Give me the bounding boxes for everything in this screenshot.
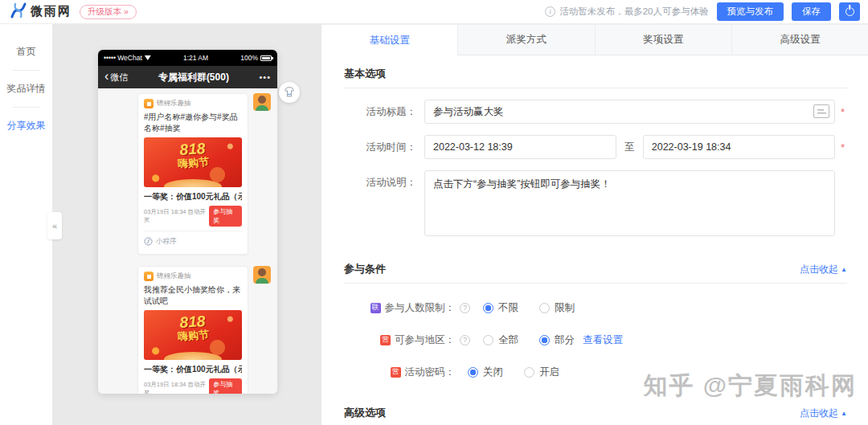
invite-text: 我推荐全民小抽奖给你，来试试吧 — [144, 284, 242, 306]
message-row: 锦鲤乐趣抽我推荐全民小抽奖给你，来试试吧818嗨购节一等奖：价值100元礼品（示… — [104, 266, 271, 394]
tab-3[interactable]: 奖项设置 — [595, 25, 731, 55]
radio-selected-icon — [483, 303, 493, 313]
logo-icon — [8, 1, 27, 23]
app-root: 微雨网 升级版本 » i 活动暂未发布，最多20人可参与体验 预览与发布 保存 … — [0, 0, 868, 425]
advanced-collapse-link[interactable]: 点击收起 ▲ — [800, 407, 847, 420]
section-divider — [344, 88, 847, 88]
collapse-preview-handle[interactable]: « — [47, 212, 62, 239]
sidebar-item-2[interactable]: 奖品详情 — [0, 76, 52, 102]
join-lottery-button[interactable]: 参与抽奖 — [209, 206, 242, 227]
wifi-icon — [145, 55, 151, 60]
invite-text: #用户名称#邀你参与#奖品名称#抽奖 — [144, 112, 242, 133]
lottery-card[interactable]: 锦鲤乐趣抽我推荐全民小抽奖给你，来试试吧818嗨购节一等奖：价值100元礼品（示… — [137, 266, 248, 394]
view-settings-link[interactable]: 查看设置 — [583, 333, 623, 347]
row-head: 联参与人数限制： — [344, 301, 455, 315]
tab-1[interactable]: 基础设置 — [321, 25, 457, 55]
settings-content: 基本选项 活动标题： * 活动时间： 至 — [321, 55, 868, 425]
card-header: 锦鲤乐趣抽 — [144, 99, 242, 108]
card-footer: 03月19日 18:34 自动开奖参与抽奖 — [144, 206, 242, 227]
chat-title: 专属福利群(500) — [128, 71, 259, 84]
activity-desc-textarea[interactable]: 点击下方“参与抽奖”按钮即可参与抽奖！ — [424, 170, 835, 236]
logo-text: 微雨网 — [31, 4, 72, 19]
nav-back-button[interactable]: ‹ 微信 — [104, 72, 128, 84]
version-badge-icon: 联 — [371, 303, 381, 313]
insert-variable-icon[interactable] — [813, 104, 829, 118]
collapse-arrow-icon: ▲ — [841, 266, 847, 273]
required-mark: * — [841, 141, 847, 153]
theme-skin-button[interactable] — [279, 82, 300, 103]
radio-label: 不限 — [498, 301, 518, 315]
sidebar-divider — [13, 107, 40, 108]
info-icon: i — [545, 6, 555, 17]
end-time-input[interactable] — [643, 135, 835, 159]
condition-row-2: 营可参与地区：?全部部分查看设置 — [344, 332, 847, 348]
sidebar-list: 首页奖品详情分享效果 — [0, 39, 52, 139]
draw-info: 03月19日 18:34 自动开奖 — [144, 381, 209, 394]
activity-title-label: 活动标题： — [344, 105, 424, 119]
radio-option[interactable]: 全部 — [483, 333, 518, 347]
banner-text: 818嗨购节 — [144, 138, 242, 173]
radio-option[interactable]: 不限 — [483, 301, 518, 315]
row-head: 营活动密码： — [344, 366, 455, 379]
row-label: 可参与地区： — [395, 333, 455, 347]
radio-selected-icon — [468, 367, 478, 378]
draw-info: 03月19日 18:34 自动开奖 — [144, 208, 209, 224]
banner-image: 818嗨购节 — [144, 310, 242, 360]
header-bar: 微雨网 升级版本 » i 活动暂未发布，最多20人可参与体验 预览与发布 保存 — [0, 0, 868, 24]
help-icon[interactable]: ? — [460, 303, 470, 313]
join-lottery-button[interactable]: 参与抽奖 — [209, 378, 242, 394]
sidebar: 首页奖品详情分享效果 — [0, 24, 52, 425]
collapse-link-text: 点击收起 — [800, 263, 838, 276]
card-footer: 03月19日 18:34 自动开奖参与抽奖 — [144, 378, 242, 394]
upgrade-version-badge[interactable]: 升级版本 » — [80, 5, 137, 19]
phone-status-bar: ••••• WeChat 1:21 AM 100% — [98, 50, 277, 66]
miniprogram-row: 小程序 — [144, 231, 242, 251]
save-button[interactable]: 保存 — [792, 2, 831, 21]
user-avatar — [253, 93, 271, 111]
logo[interactable]: 微雨网 — [8, 1, 72, 23]
radio-option[interactable]: 部分 — [539, 333, 575, 347]
required-mark: * — [841, 106, 847, 118]
activity-title-input[interactable] — [424, 100, 835, 124]
radio-option[interactable]: 限制 — [539, 301, 575, 315]
section-divider — [344, 283, 847, 284]
time-separator: 至 — [624, 141, 635, 154]
collapse-arrow-icon: ▲ — [841, 410, 847, 417]
tab-4[interactable]: 高级设置 — [731, 25, 868, 55]
sidebar-divider — [13, 70, 40, 71]
battery-percent: 100% — [240, 54, 258, 62]
user-avatar — [253, 266, 271, 284]
radio-option[interactable]: 关闭 — [468, 366, 503, 379]
lottery-card[interactable]: 锦鲤乐趣抽#用户名称#邀你参与#奖品名称#抽奖818嗨购节一等奖：价值100元礼… — [137, 93, 248, 255]
section-advanced-title: 高级选项 — [344, 406, 386, 420]
radio-option[interactable]: 开启 — [524, 366, 559, 379]
conditions-collapse-link[interactable]: 点击收起 ▲ — [800, 263, 847, 276]
activity-desc-label: 活动说明： — [344, 170, 424, 190]
activity-title-row: 活动标题： * — [344, 100, 847, 124]
sender-name: 锦鲤乐趣抽 — [157, 99, 191, 108]
power-button[interactable] — [839, 2, 860, 21]
sidebar-item-1[interactable]: 首页 — [0, 39, 52, 65]
section-conditions-title: 参与条件 — [344, 262, 386, 276]
row-head: 营可参与地区： — [344, 333, 455, 347]
version-badge-icon: 营 — [391, 367, 401, 378]
tab-2[interactable]: 派奖方式 — [457, 25, 594, 55]
start-time-input[interactable] — [424, 135, 616, 159]
radio-label: 开启 — [539, 366, 559, 379]
sidebar-item-3[interactable]: 分享效果 — [0, 112, 52, 139]
condition-rows: 联参与人数限制：?不限限制营可参与地区：?全部部分查看设置营活动密码：关闭开启 — [344, 300, 847, 380]
card-header: 锦鲤乐趣抽 — [144, 272, 242, 281]
radio-unselected-icon — [483, 335, 493, 345]
row-label: 活动密码： — [405, 366, 456, 379]
nav-back-label: 微信 — [110, 72, 128, 84]
chat-area: 锦鲤乐趣抽#用户名称#邀你参与#奖品名称#抽奖818嗨购节一等奖：价值100元礼… — [98, 88, 277, 394]
condition-row-1: 联参与人数限制：?不限限制 — [344, 300, 847, 316]
collapse-link-text: 点击收起 — [800, 407, 838, 420]
banner-image: 818嗨购节 — [144, 137, 242, 187]
back-chevron-icon: ‹ — [104, 70, 108, 83]
preview-publish-button[interactable]: 预览与发布 — [717, 2, 784, 21]
help-icon[interactable]: ? — [460, 335, 470, 345]
prize-line: 一等奖：价值100元礼品（示... — [144, 191, 242, 202]
sender-avatar-icon — [144, 272, 154, 281]
more-options-icon[interactable]: ••• — [259, 72, 271, 82]
